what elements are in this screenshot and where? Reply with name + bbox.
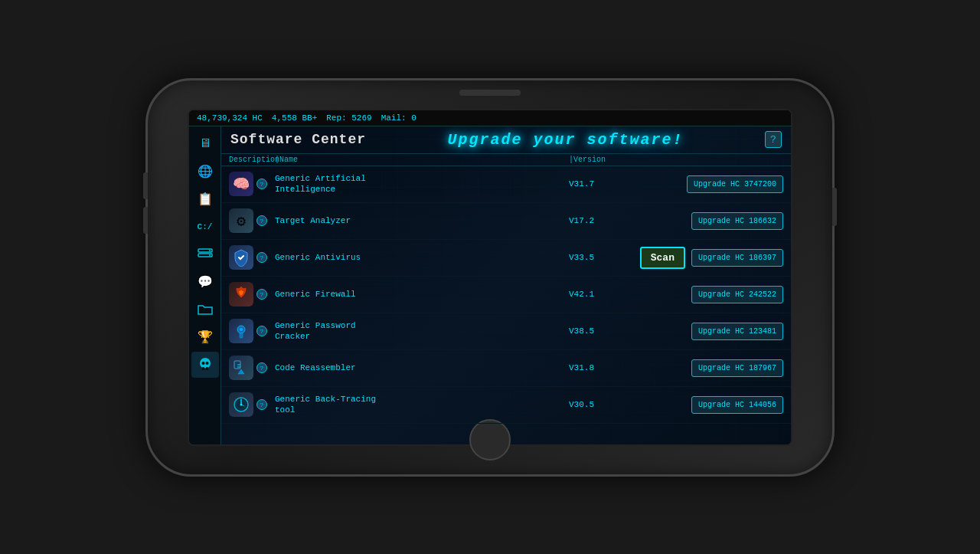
icon-cell: ? xyxy=(229,319,275,343)
sidebar-item-terminal[interactable]: C:/ xyxy=(191,214,219,240)
icon-cell: ? xyxy=(229,282,275,307)
software-name-target: Target Analyzer xyxy=(275,215,569,226)
software-version-target: V17.2 xyxy=(569,216,645,225)
icon-cell: ? xyxy=(229,245,275,270)
action-cell-tracing: Upgrade HC 144056 xyxy=(645,396,783,414)
info-button-antivirus[interactable]: ? xyxy=(256,252,267,263)
software-icon-target: ⚙️ xyxy=(229,208,253,233)
icon-cell: ? xyxy=(229,356,275,380)
software-name-tracing: Generic Back-Tracingtool xyxy=(275,394,569,416)
software-version-password: V38.5 xyxy=(569,326,645,336)
sidebar-item-skull[interactable] xyxy=(191,352,219,378)
sidebar-item-clipboard[interactable]: 📋 xyxy=(191,186,219,212)
action-cell-antivirus: Scan Upgrade HC 186397 xyxy=(645,247,783,269)
software-name-reassembler: Code Reassembler xyxy=(275,362,569,373)
phone-screen: 48,739,324 HC 4,558 BB+ Rep: 5269 Mail: … xyxy=(188,109,792,446)
sidebar-item-monitor[interactable]: 🖥 xyxy=(191,131,219,157)
rep-value: Rep: 5269 xyxy=(326,113,371,123)
volume-up-btn[interactable] xyxy=(143,172,148,199)
software-panel: Software Center Upgrade your software! ?… xyxy=(221,126,791,444)
sidebar-item-folder[interactable] xyxy=(191,297,219,323)
sidebar-item-server[interactable] xyxy=(191,241,219,267)
table-row: ? Code Reassembler V31.8 Upgrade HC 1879… xyxy=(221,350,791,387)
status-bar: 48,739,324 HC 4,558 BB+ Rep: 5269 Mail: … xyxy=(189,110,791,126)
table-row: ? Generic Firewall V42.1 Upgrade HC 2425… xyxy=(221,277,791,313)
software-name-antivirus: Generic Antivirus xyxy=(275,252,569,263)
phone-frame: 48,739,324 HC 4,558 BB+ Rep: 5269 Mail: … xyxy=(145,78,835,477)
scan-button[interactable]: Scan xyxy=(640,247,685,269)
icon-cell: ? xyxy=(229,392,275,417)
column-headers: Description |Name |Version xyxy=(221,154,791,166)
software-version-tracing: V30.5 xyxy=(569,400,645,409)
col-description: Description xyxy=(229,156,275,164)
software-icon-ai: 🧠 xyxy=(229,172,253,196)
svg-point-7 xyxy=(201,362,204,365)
action-cell-firewall: Upgrade HC 242522 xyxy=(645,286,783,303)
sidebar-item-globe[interactable]: 🌐 xyxy=(191,159,219,185)
sidebar-item-trophy[interactable]: 🏆 xyxy=(191,324,219,350)
action-cell-ai: Upgrade HC 3747200 xyxy=(645,175,783,193)
upgrade-button-tracing[interactable]: Upgrade HC 144056 xyxy=(691,396,783,414)
info-button-password[interactable]: ? xyxy=(256,326,267,336)
svg-point-2 xyxy=(209,250,211,251)
col-name: |Name xyxy=(275,156,569,164)
info-button-target[interactable]: ? xyxy=(256,215,267,226)
info-button-ai[interactable]: ? xyxy=(256,179,267,189)
software-icon-reassembler xyxy=(229,356,253,380)
table-row: 🧠 ? Generic ArtificialIntelligence V31.7… xyxy=(221,166,791,203)
info-button-firewall[interactable]: ? xyxy=(256,289,267,300)
hc-balance: 48,739,324 HC xyxy=(197,113,263,123)
icon-cell: 🧠 ? xyxy=(229,172,275,196)
software-name-ai: Generic ArtificialIntelligence xyxy=(275,173,569,195)
help-button[interactable]: ? xyxy=(765,131,782,148)
software-icon-password xyxy=(229,319,253,343)
col-actions xyxy=(645,156,783,164)
software-name-password: Generic PasswordCracker xyxy=(275,320,569,343)
software-icon-tracing xyxy=(229,392,253,417)
icon-cell: ⚙️ ? xyxy=(229,208,275,233)
svg-rect-11 xyxy=(240,333,243,338)
svg-point-3 xyxy=(209,254,211,256)
action-cell-password: Upgrade HC 123481 xyxy=(645,323,783,340)
table-row: ⚙️ ? Target Analyzer V17.2 Upgrade HC 18… xyxy=(221,203,791,240)
action-cell-target: Upgrade HC 186632 xyxy=(645,212,783,230)
svg-point-10 xyxy=(240,328,243,331)
upgrade-button-target[interactable]: Upgrade HC 186632 xyxy=(691,212,783,230)
bb-balance: 4,558 BB+ xyxy=(272,113,317,123)
software-version-ai: V31.7 xyxy=(569,179,645,188)
info-button-reassembler[interactable]: ? xyxy=(256,362,267,373)
upgrade-button-antivirus[interactable]: Upgrade HC 186397 xyxy=(691,249,783,267)
panel-title: Software Center xyxy=(230,132,366,147)
software-icon-antivirus xyxy=(229,245,253,270)
action-cell-reassembler: Upgrade HC 187967 xyxy=(645,359,783,377)
software-icon-firewall xyxy=(229,282,253,307)
sidebar-item-chat[interactable]: 💬 xyxy=(191,269,219,295)
software-version-firewall: V42.1 xyxy=(569,290,645,299)
mail-value: Mail: 0 xyxy=(381,113,416,123)
svg-point-4 xyxy=(200,358,211,369)
table-row: ? Generic Back-Tracingtool V30.5 Upgrade… xyxy=(221,387,791,424)
volume-down-btn[interactable] xyxy=(143,207,148,234)
software-version-reassembler: V31.8 xyxy=(569,363,645,372)
software-name-firewall: Generic Firewall xyxy=(275,289,569,300)
table-row: ? Generic Antivirus V33.5 Scan Upgrade H… xyxy=(221,240,791,277)
main-content: 🖥 🌐 📋 C:/ 💬 xyxy=(189,126,791,444)
upgrade-button-password[interactable]: Upgrade HC 123481 xyxy=(691,323,783,340)
upgrade-button-firewall[interactable]: Upgrade HC 242522 xyxy=(691,286,783,303)
upgrade-banner: Upgrade your software! xyxy=(447,131,683,149)
software-version-antivirus: V33.5 xyxy=(569,253,645,262)
upgrade-button-ai[interactable]: Upgrade HC 3747200 xyxy=(687,175,783,193)
col-version: |Version xyxy=(569,156,645,164)
upgrade-button-reassembler[interactable]: Upgrade HC 187967 xyxy=(691,359,783,377)
svg-point-8 xyxy=(205,362,208,365)
panel-header: Software Center Upgrade your software! ? xyxy=(221,126,791,154)
software-list: 🧠 ? Generic ArtificialIntelligence V31.7… xyxy=(221,166,791,444)
power-btn[interactable] xyxy=(832,188,837,226)
sidebar: 🖥 🌐 📋 C:/ 💬 xyxy=(189,126,221,444)
svg-point-17 xyxy=(240,404,243,406)
info-button-tracing[interactable]: ? xyxy=(256,399,267,410)
table-row: ? Generic PasswordCracker V38.5 Upgrade … xyxy=(221,313,791,350)
